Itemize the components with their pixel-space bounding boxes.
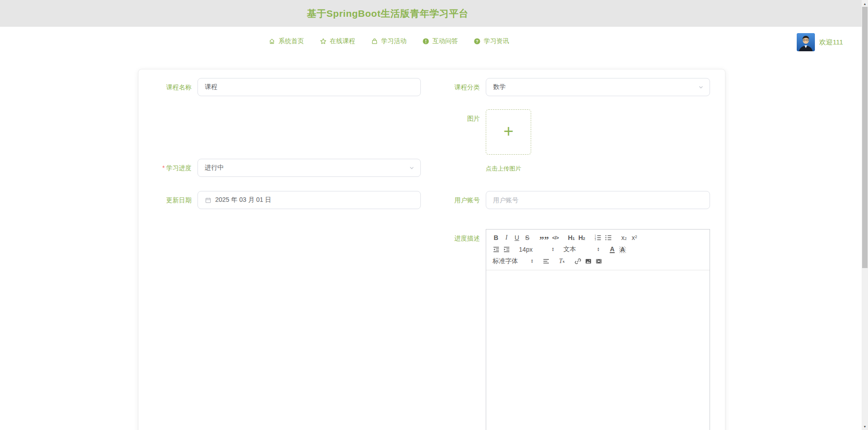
- svg-text:?: ?: [476, 39, 478, 44]
- form-card: 课程名称 课程分类 数学 图片 + 点击上传图片 *学习进度: [138, 69, 725, 430]
- user-account-label: 用户账号: [424, 191, 480, 209]
- nav-item-label: 学习活动: [381, 37, 407, 45]
- font-color-button[interactable]: A: [607, 244, 617, 255]
- user-account-input[interactable]: [486, 191, 710, 209]
- editor-toolbar: B I U S ”” </> H1 H2 123: [486, 230, 710, 270]
- user-account-row: 用户账号: [424, 191, 710, 209]
- course-category-value: 数学: [493, 83, 698, 91]
- font-family-value: 标准字体: [493, 257, 518, 265]
- bag-icon: [371, 38, 378, 45]
- progress-desc-row: 进度描述 B I U S ”” </> H1 H2: [424, 229, 710, 430]
- progress-select[interactable]: 进行中: [197, 159, 421, 177]
- indent-button[interactable]: [501, 244, 512, 255]
- outdent-button[interactable]: [491, 244, 501, 255]
- toolbar-row-1: B I U S ”” </> H1 H2 123: [491, 232, 706, 244]
- nav-item-label: 在线课程: [330, 37, 355, 45]
- svg-text:3: 3: [595, 239, 596, 241]
- subscript-button[interactable]: x2: [619, 232, 629, 243]
- plus-icon: +: [503, 122, 513, 140]
- update-date-row: 更新日期 2025 年 03 月 01 日: [152, 191, 421, 209]
- question-circle-icon: ?: [473, 38, 481, 45]
- font-size-value: 14px: [519, 246, 533, 253]
- progress-row: *学习进度 进行中: [152, 159, 421, 177]
- editor-content[interactable]: [486, 270, 710, 430]
- align-button[interactable]: [541, 256, 551, 267]
- clear-format-button[interactable]: Tx: [557, 256, 567, 267]
- nav-item-courses[interactable]: 在线课程: [320, 37, 355, 45]
- unordered-list-button[interactable]: [603, 232, 613, 243]
- home-icon: [268, 38, 276, 45]
- nav-item-label: 互动问答: [433, 37, 458, 45]
- image-upload-row: 图片 + 点击上传图片: [424, 109, 531, 173]
- insert-video-button[interactable]: [593, 256, 604, 267]
- text-style-value: 文本: [563, 245, 576, 254]
- progress-value: 进行中: [205, 164, 409, 172]
- quote-button[interactable]: ””: [538, 235, 550, 245]
- course-category-select[interactable]: 数学: [486, 78, 710, 96]
- chevron-down-icon: [698, 84, 704, 90]
- course-name-row: 课程名称: [152, 78, 421, 96]
- toolbar-row-2: 14px ▲▼ 文本 ▲▼ A A: [491, 244, 706, 255]
- upload-hint: 点击上传图片: [486, 165, 531, 173]
- h1-button[interactable]: H1: [566, 232, 577, 243]
- chevron-down-icon: [409, 165, 415, 171]
- course-name-label: 课程名称: [152, 78, 192, 96]
- progress-desc-label: 进度描述: [424, 229, 480, 243]
- nav-item-news[interactable]: ? 学习资讯: [473, 37, 509, 45]
- image-label: 图片: [424, 109, 480, 123]
- nav-item-label: 系统首页: [279, 37, 304, 45]
- app-header: 基于SpringBoot生活版青年学习平台: [0, 0, 862, 27]
- image-upload-box[interactable]: +: [486, 109, 531, 155]
- user-box: 欢迎111: [797, 33, 843, 51]
- star-icon: [320, 38, 327, 45]
- course-category-label: 课程分类: [424, 78, 480, 96]
- update-date-label: 更新日期: [152, 191, 192, 209]
- superscript-button[interactable]: x2: [629, 232, 640, 243]
- page: 基于SpringBoot生活版青年学习平台 系统首页 在线课程 学习活动 互动: [0, 0, 868, 430]
- nav-item-home[interactable]: 系统首页: [268, 37, 304, 45]
- font-size-select[interactable]: 14px ▲▼: [517, 244, 556, 255]
- italic-button[interactable]: I: [501, 232, 512, 243]
- h2-button[interactable]: H2: [577, 232, 587, 243]
- text-style-select[interactable]: 文本 ▲▼: [562, 244, 602, 255]
- underline-button[interactable]: U: [512, 232, 522, 243]
- required-mark: *: [163, 164, 165, 171]
- ordered-list-button[interactable]: 123: [592, 232, 603, 243]
- calendar-icon: [205, 197, 212, 204]
- update-date-value: 2025 年 03 月 01 日: [215, 196, 271, 204]
- link-button[interactable]: [572, 256, 583, 267]
- exclamation-circle-icon: [422, 38, 429, 45]
- font-family-select[interactable]: 标准字体 ▲▼: [491, 256, 535, 267]
- toolbar-row-3: 标准字体 ▲▼ Tx: [491, 255, 706, 267]
- app-title: 基于SpringBoot生活版青年学习平台: [307, 7, 469, 20]
- scrollbar-thumb[interactable]: [862, 7, 868, 268]
- page-scrollbar: ▲ ▼: [862, 0, 868, 430]
- code-button[interactable]: </>: [550, 232, 561, 243]
- nav-item-qa[interactable]: 互动问答: [422, 37, 458, 45]
- update-date-picker[interactable]: 2025 年 03 月 01 日: [197, 191, 421, 209]
- insert-image-button[interactable]: [583, 256, 593, 267]
- course-name-input[interactable]: [197, 78, 421, 96]
- strikethrough-button[interactable]: S: [522, 232, 533, 243]
- course-category-row: 课程分类 数学: [424, 78, 710, 96]
- nav-item-label: 学习资讯: [484, 37, 509, 45]
- bg-color-button[interactable]: A: [617, 244, 628, 255]
- nav-item-activities[interactable]: 学习活动: [371, 37, 407, 45]
- main-nav: 系统首页 在线课程 学习活动 互动问答 ? 学习资讯: [0, 27, 777, 56]
- bold-button[interactable]: B: [491, 232, 501, 243]
- scrollbar-down-arrow[interactable]: ▼: [862, 423, 868, 430]
- avatar[interactable]: [797, 33, 815, 51]
- updown-arrows-icon: ▲▼: [531, 259, 533, 264]
- scrollbar-up-arrow[interactable]: ▲: [862, 0, 868, 7]
- updown-arrows-icon: ▲▼: [597, 247, 600, 252]
- progress-label: *学习进度: [152, 159, 192, 177]
- welcome-text: 欢迎111: [819, 38, 843, 47]
- updown-arrows-icon: ▲▼: [552, 247, 554, 252]
- rich-text-editor: B I U S ”” </> H1 H2 123: [486, 229, 710, 430]
